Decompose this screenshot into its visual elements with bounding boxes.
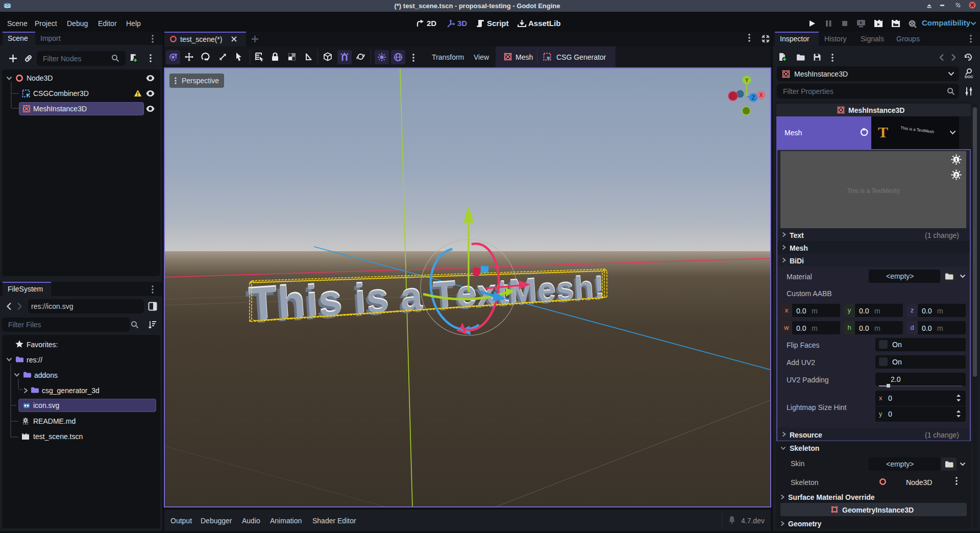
svg-text:h: h (276, 276, 307, 328)
svg-text:X: X (760, 92, 763, 98)
svg-text:h: h (573, 270, 595, 306)
svg-text:TXT: TXT (22, 422, 29, 425)
svg-text:2: 2 (955, 173, 958, 178)
svg-text:Z: Z (752, 95, 755, 101)
svg-text:Y: Y (745, 78, 749, 83)
svg-text:e: e (455, 273, 478, 314)
svg-text:a: a (399, 274, 423, 319)
svg-text:s: s (555, 271, 575, 307)
svg-text:s: s (316, 276, 344, 325)
svg-text:DOC: DOC (965, 75, 973, 79)
svg-text:1: 1 (955, 157, 958, 162)
svg-text:e: e (536, 271, 557, 309)
svg-text:s: s (364, 275, 390, 322)
svg-text:T: T (432, 274, 457, 317)
